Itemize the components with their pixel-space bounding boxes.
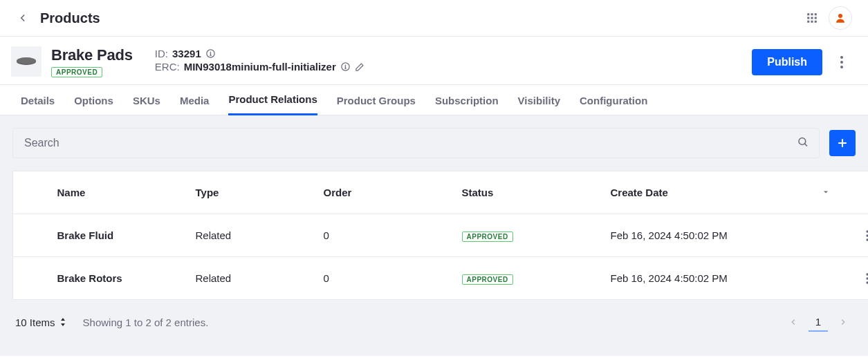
- row-status-badge: APPROVED: [462, 274, 513, 285]
- tab-skus[interactable]: SKUs: [133, 85, 160, 115]
- search-input[interactable]: [13, 129, 819, 158]
- page-size-selector[interactable]: 10 Items: [15, 317, 66, 328]
- column-type[interactable]: Type: [185, 171, 313, 214]
- tab-media[interactable]: Media: [180, 85, 210, 115]
- prev-page-button[interactable]: [784, 312, 803, 332]
- svg-rect-8: [815, 21, 817, 23]
- row-actions-menu[interactable]: [860, 222, 869, 249]
- svg-point-16: [840, 66, 843, 68]
- svg-point-17: [799, 138, 806, 145]
- svg-rect-0: [807, 13, 809, 15]
- svg-rect-5: [815, 17, 817, 19]
- svg-point-15: [840, 61, 843, 64]
- tab-product-relations[interactable]: Product Relations: [228, 85, 317, 115]
- product-name: Brake Pads: [51, 46, 133, 64]
- page-title: Products: [40, 10, 100, 26]
- column-name[interactable]: Name: [46, 171, 185, 214]
- product-erc-value: MIN93018minium-full-initializer: [184, 61, 336, 73]
- cell-name[interactable]: Brake Rotors: [46, 257, 185, 300]
- apps-grid-icon[interactable]: [806, 12, 818, 24]
- product-id-label: ID:: [155, 48, 168, 59]
- publish-button[interactable]: Publish: [752, 49, 822, 75]
- pagination-summary: Showing 1 to 2 of 2 entries.: [83, 317, 209, 328]
- tab-product-groups[interactable]: Product Groups: [337, 85, 416, 115]
- user-avatar[interactable]: [829, 7, 851, 29]
- cell-order: 0: [313, 257, 451, 300]
- column-order[interactable]: Order: [313, 171, 451, 214]
- table-row: Brake Fluid Related 0 APPROVED Feb 16, 2…: [13, 214, 869, 257]
- svg-rect-4: [811, 17, 813, 19]
- cell-type: Related: [185, 214, 313, 257]
- table-row: Brake Rotors Related 0 APPROVED Feb 16, …: [13, 257, 869, 300]
- cell-order: 0: [313, 214, 451, 257]
- svg-rect-3: [807, 17, 809, 19]
- tab-visibility[interactable]: Visibility: [518, 85, 560, 115]
- current-page[interactable]: 1: [809, 312, 828, 332]
- column-status[interactable]: Status: [451, 171, 600, 214]
- status-badge: APPROVED: [51, 67, 102, 77]
- row-status-badge: APPROVED: [462, 232, 513, 242]
- cell-create-date: Feb 16, 2024 4:50:02 PM: [600, 257, 811, 300]
- cell-type: Related: [185, 257, 313, 300]
- edit-icon[interactable]: [355, 62, 365, 72]
- svg-rect-2: [815, 13, 817, 15]
- tab-details[interactable]: Details: [21, 85, 55, 115]
- tab-options[interactable]: Options: [74, 85, 113, 115]
- sort-dropdown[interactable]: [822, 188, 830, 198]
- column-create-date[interactable]: Create Date: [600, 171, 811, 214]
- tab-subscription[interactable]: Subscription: [435, 85, 499, 115]
- svg-point-14: [840, 56, 843, 59]
- product-id-value: 33291: [172, 48, 201, 59]
- svg-point-9: [838, 14, 842, 18]
- info-icon[interactable]: [205, 48, 216, 59]
- next-page-button[interactable]: [833, 312, 853, 332]
- tab-configuration[interactable]: Configuration: [580, 85, 647, 115]
- row-actions-menu[interactable]: [860, 265, 869, 292]
- search-icon[interactable]: [793, 132, 813, 155]
- product-thumbnail: [11, 46, 41, 77]
- info-icon[interactable]: [340, 62, 351, 72]
- svg-rect-6: [807, 21, 809, 23]
- add-button[interactable]: [829, 130, 856, 156]
- cell-create-date: Feb 16, 2024 4:50:02 PM: [600, 214, 811, 257]
- svg-rect-7: [811, 21, 813, 23]
- page-size-label: 10 Items: [15, 317, 55, 328]
- svg-point-11: [17, 57, 36, 64]
- product-actions-menu[interactable]: [832, 50, 851, 74]
- svg-rect-1: [811, 13, 813, 15]
- product-erc-label: ERC:: [155, 61, 180, 73]
- svg-line-18: [804, 144, 807, 147]
- back-icon[interactable]: [17, 12, 29, 24]
- cell-name[interactable]: Brake Fluid: [46, 214, 185, 257]
